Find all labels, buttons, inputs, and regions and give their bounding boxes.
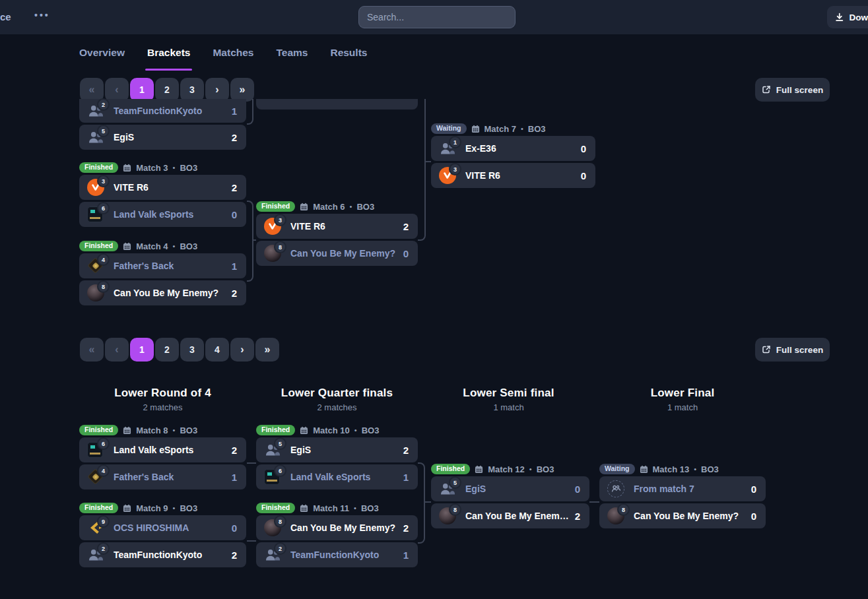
team-row[interactable]: 8 Can You Be My Enemy? 2 (256, 515, 418, 540)
team-name: EgiS (114, 132, 226, 142)
tab-brackets[interactable]: Brackets (147, 34, 191, 71)
upper-fullscreen-button[interactable]: Full screen (755, 78, 830, 102)
team-row[interactable]: 3 VITE R6 2 (79, 175, 246, 200)
fullscreen-icon (762, 345, 771, 354)
page-button-3[interactable]: 3 (180, 78, 204, 102)
team-icon-wrap: 5 (439, 480, 460, 497)
prev-page-button[interactable]: ‹ (105, 338, 129, 362)
seed-badge: 6 (97, 437, 110, 450)
match-format: BO3 (180, 163, 197, 173)
team-row[interactable]: 9 OCS HIROSHIMA 0 (79, 515, 246, 540)
team-row[interactable]: 2 TeamFunctionKyoto 1 (79, 99, 246, 123)
team-row[interactable]: 6 Land Valk eSports 0 (79, 202, 246, 227)
team-row[interactable]: 3 VITE R6 2 (256, 214, 418, 239)
page-button-2[interactable]: 2 (155, 78, 179, 102)
last-page-button[interactable]: » (230, 78, 254, 102)
first-page-button[interactable]: « (80, 338, 104, 362)
separator-dot: • (354, 504, 356, 512)
match-card-8: Finished Match 8 • BO3 6 Land Valk eSpor… (79, 425, 246, 489)
page-button-1[interactable]: 1 (130, 78, 154, 102)
team-placeholder-icon (607, 480, 624, 497)
round-title: Lower Semi final (428, 387, 589, 400)
team-row[interactable]: 5 EgiS 2 (79, 125, 246, 150)
next-page-button[interactable]: › (205, 78, 229, 102)
team-name: TeamFunctionKyoto (114, 550, 226, 560)
separator-dot: • (173, 426, 176, 434)
calendar-icon (475, 465, 483, 474)
team-icon-wrap: 6 (264, 468, 285, 486)
team-score: 2 (232, 132, 237, 143)
match-id: Match 11 (313, 503, 349, 513)
more-menu-button[interactable]: ••• (30, 9, 54, 21)
match-format: BO3 (701, 464, 719, 474)
last-page-button[interactable]: » (255, 338, 279, 362)
match-id: Match 9 (136, 503, 168, 513)
team-name: Land Valk eSports (290, 472, 398, 482)
top-bar: ce ••• Download (0, 0, 868, 34)
next-page-button[interactable]: › (230, 338, 254, 362)
team-row[interactable]: 3 VITE R6 0 (431, 163, 595, 188)
page-button-1[interactable]: 1 (130, 338, 154, 362)
tab-matches[interactable]: Matches (213, 34, 253, 71)
tab-overview[interactable]: Overview (79, 34, 125, 71)
first-page-button[interactable]: « (80, 78, 104, 102)
seed-badge: 2 (97, 98, 110, 111)
team-icon-wrap: 8 (264, 245, 285, 262)
team-icon-wrap: 6 (87, 441, 108, 458)
lower-fullscreen-button[interactable]: Full screen (755, 338, 830, 362)
team-score: 0 (581, 143, 586, 154)
team-name: VITE R6 (290, 221, 398, 232)
bracket-connector (424, 161, 431, 162)
tab-results[interactable]: Results (330, 34, 367, 71)
match-card-9: Finished Match 9 • BO3 9 OCS HIROSHIMA 0… (79, 503, 246, 567)
team-score: 0 (581, 170, 586, 181)
partial-match-card (256, 99, 418, 110)
team-name: Father's Back (114, 472, 226, 482)
team-icon-wrap: 2 (264, 546, 285, 563)
team-score: 0 (751, 511, 756, 522)
match-id: Match 4 (136, 241, 168, 251)
team-row[interactable]: 8 Can You Be My Enemy? 2 (79, 280, 246, 305)
search-input[interactable] (358, 6, 516, 28)
team-row[interactable]: 4 Father's Back 1 (79, 253, 246, 278)
separator-dot: • (354, 426, 357, 434)
team-row[interactable]: From match 7 0 (599, 476, 766, 501)
team-name: EgiS (465, 484, 570, 494)
team-row[interactable]: 6 Land Valk eSports 2 (79, 437, 246, 462)
seed-badge: 9 (97, 515, 110, 528)
page-button-2[interactable]: 2 (155, 338, 179, 362)
team-row[interactable]: 2 TeamFunctionKyoto 1 (256, 542, 418, 567)
match-id: Match 6 (313, 202, 345, 212)
team-icon-wrap: 8 (87, 284, 108, 301)
team-row[interactable]: 5 EgiS 0 (431, 476, 589, 501)
team-row[interactable]: 8 Can You Be My Enemy? 2 (431, 503, 589, 528)
calendar-icon (123, 164, 131, 172)
page-button-4[interactable]: 4 (205, 338, 229, 362)
team-row[interactable]: 1 Ex-E36 0 (431, 136, 595, 161)
tab-teams[interactable]: Teams (276, 34, 308, 71)
round-header: Lower Final 1 match (599, 387, 766, 412)
team-row[interactable]: 8 Can You Be My Enemy? 0 (256, 241, 418, 266)
download-button[interactable]: Download (827, 6, 868, 28)
page-button-3[interactable]: 3 (180, 338, 204, 362)
team-name: EgiS (290, 445, 398, 455)
team-row[interactable]: 8 Can You Be My Enemy? 0 (599, 503, 766, 528)
team-row[interactable]: 6 Land Valk eSports 1 (256, 464, 418, 489)
seed-badge: 5 (97, 125, 110, 137)
team-row[interactable]: 4 Father's Back 1 (79, 464, 246, 489)
team-icon-wrap: 3 (439, 167, 460, 184)
bracket-connector (247, 462, 256, 464)
team-row[interactable]: 2 TeamFunctionKyoto 2 (79, 542, 246, 567)
seed-badge: 8 (449, 503, 461, 516)
team-score: 2 (232, 182, 237, 193)
nav-tabs: Overview Brackets Matches Teams Results (79, 34, 367, 71)
round-header: Lower Quarter finals 2 matches (256, 387, 418, 412)
download-icon (835, 13, 844, 22)
match-header: Finished Match 10 • BO3 (256, 425, 418, 435)
prev-page-button[interactable]: ‹ (105, 78, 129, 102)
team-score: 1 (232, 261, 237, 272)
match-card-12: Finished Match 12 • BO3 5 EgiS 0 8 Can Y… (431, 464, 589, 528)
team-score: 2 (232, 288, 237, 299)
round-title: Lower Quarter finals (256, 387, 418, 400)
team-row[interactable]: 5 EgiS 2 (256, 437, 418, 462)
